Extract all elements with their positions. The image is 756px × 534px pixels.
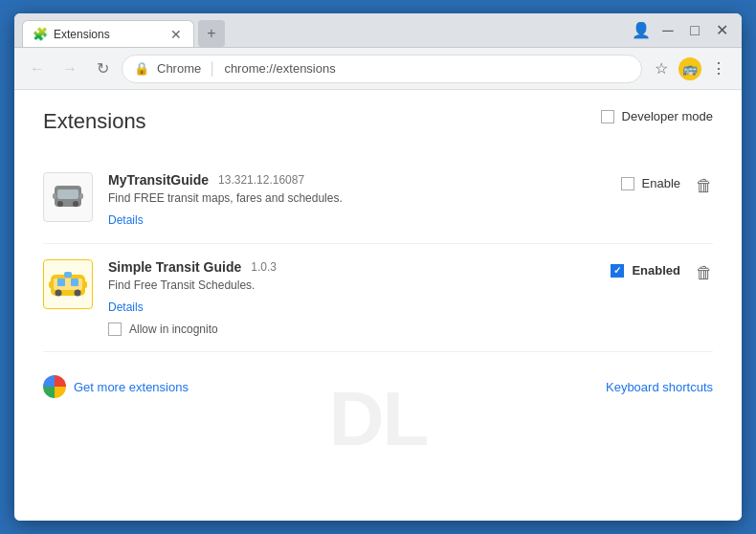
ext-enable-checkbox-2[interactable]: ✓ — [611, 264, 624, 278]
ext-details-link-1[interactable]: Details — [108, 213, 144, 227]
lock-icon: 🔒 — [134, 61, 149, 76]
ext-controls-1: Enable 🗑 — [621, 172, 713, 196]
extension-item-mytransitguide: MyTransitGuide 13.321.12.16087 Find FREE… — [43, 157, 713, 244]
ext-enable-row-2: ✓ Enabled — [611, 263, 680, 278]
browser-window: 🧩 Extensions ✕ + 👤 ─ □ ✕ ← → ↻ 🔒 Chrome … — [14, 13, 742, 521]
svg-point-8 — [56, 290, 62, 297]
ext-name-row-1: MyTransitGuide 13.321.12.16087 — [108, 172, 606, 188]
active-tab[interactable]: 🧩 Extensions ✕ — [22, 20, 194, 47]
ext-desc-2: Find Free Transit Schedules. — [108, 278, 595, 292]
extension-icon-toolbar[interactable]: 🚌 — [678, 57, 701, 80]
keyboard-shortcuts-link[interactable]: Keyboard shortcuts — [606, 380, 713, 394]
svg-point-3 — [73, 201, 78, 207]
reload-button[interactable]: ↻ — [89, 56, 116, 82]
ext-enable-checkbox-1[interactable] — [621, 177, 634, 190]
developer-mode-row: Developer mode — [601, 109, 713, 123]
address-domain: Chrome — [157, 61, 201, 76]
ext-desc-1: Find FREE transit maps, fares and schedu… — [108, 191, 606, 205]
svg-rect-4 — [53, 193, 56, 199]
ext-icon-mytransitguide — [43, 172, 93, 222]
footer-row: Get more extensions Keyboard shortcuts — [43, 356, 713, 398]
get-more-label: Get more extensions — [74, 380, 189, 394]
svg-rect-1 — [57, 189, 78, 199]
ext-enable-label-1: Enable — [642, 176, 680, 190]
svg-rect-14 — [71, 278, 78, 286]
ext-controls-2: ✓ Enabled 🗑 — [611, 259, 713, 283]
svg-rect-12 — [64, 272, 72, 278]
ext-delete-button-1[interactable]: 🗑 — [696, 176, 713, 196]
address-path: chrome://extensions — [224, 61, 335, 76]
get-more-extensions-link[interactable]: Get more extensions — [43, 375, 189, 398]
ext-version-1: 13.321.12.16087 — [218, 173, 304, 187]
ext-name-row-2: Simple Transit Guide 1.0.3 — [108, 259, 595, 275]
toolbar-extras: ☆ 🚌 ⋮ — [648, 56, 732, 82]
ext-version-2: 1.0.3 — [251, 260, 277, 274]
ext-icon-simpletransit — [43, 259, 93, 309]
tab-label: Extensions — [54, 28, 110, 41]
new-tab-button[interactable]: + — [198, 20, 225, 47]
ext-details-link-2[interactable]: Details — [108, 300, 144, 314]
bookmark-button[interactable]: ☆ — [648, 56, 675, 82]
title-bar: 🧩 Extensions ✕ + 👤 ─ □ ✕ — [14, 13, 742, 48]
address-separator: │ — [209, 61, 216, 76]
ext-incognito-checkbox[interactable] — [108, 323, 122, 336]
tab-favicon: 🧩 — [33, 27, 48, 41]
ext-enable-row-1: Enable — [621, 176, 680, 190]
svg-rect-13 — [57, 278, 65, 286]
svg-rect-11 — [83, 281, 87, 288]
svg-rect-10 — [49, 281, 53, 288]
forward-button[interactable]: → — [56, 56, 83, 82]
developer-mode-label: Developer mode — [622, 109, 713, 123]
window-controls: 👤 ─ □ ✕ — [629, 18, 734, 43]
developer-mode-checkbox[interactable] — [601, 110, 614, 123]
back-button[interactable]: ← — [24, 56, 51, 82]
extensions-content: DL Extensions Developer mode My — [14, 90, 742, 521]
address-bar[interactable]: 🔒 Chrome │ chrome://extensions — [122, 55, 642, 83]
svg-rect-5 — [79, 193, 83, 199]
menu-button[interactable]: ⋮ — [705, 56, 732, 82]
ext-incognito-label: Allow in incognito — [129, 323, 218, 336]
tab-area: 🧩 Extensions ✕ + — [22, 13, 623, 47]
account-icon[interactable]: 👤 — [629, 18, 654, 43]
ext-delete-button-2[interactable]: 🗑 — [696, 263, 713, 283]
tab-close-button[interactable]: ✕ — [168, 27, 184, 42]
chrome-logo-icon — [43, 375, 66, 398]
toolbar: ← → ↻ 🔒 Chrome │ chrome://extensions ☆ 🚌… — [14, 48, 742, 90]
ext-info-mytransitguide: MyTransitGuide 13.321.12.16087 Find FREE… — [108, 172, 606, 228]
extension-item-simpletransit: Simple Transit Guide 1.0.3 Find Free Tra… — [43, 244, 713, 352]
svg-point-2 — [57, 201, 63, 207]
maximize-button[interactable]: □ — [682, 18, 707, 43]
ext-incognito-row: Allow in incognito — [108, 323, 595, 336]
ext-info-simpletransit: Simple Transit Guide 1.0.3 Find Free Tra… — [108, 259, 595, 336]
close-button[interactable]: ✕ — [709, 18, 734, 43]
ext-name-2: Simple Transit Guide — [108, 259, 241, 275]
minimize-button[interactable]: ─ — [656, 18, 680, 43]
ext-enable-label-2: Enabled — [632, 263, 680, 278]
svg-point-9 — [75, 290, 81, 297]
ext-name-1: MyTransitGuide — [108, 172, 209, 188]
